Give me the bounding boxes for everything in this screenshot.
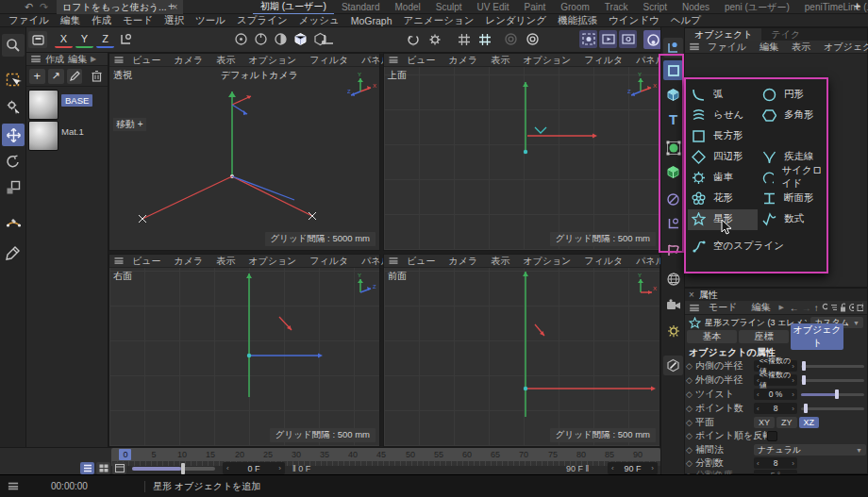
vp-menu-view[interactable]: ビュー	[401, 54, 441, 67]
vp-menu-filter[interactable]: フィルタ	[304, 54, 354, 67]
close-icon[interactable]: ×	[689, 290, 694, 300]
hamburger-icon[interactable]	[690, 304, 699, 310]
current-frame-stepper[interactable]: ‹0 F›	[223, 462, 285, 474]
snap-grid-icon[interactable]	[476, 30, 493, 48]
tab-basic[interactable]: 基本	[687, 330, 737, 343]
menu-file[interactable]: ファイル	[3, 14, 55, 27]
twist-stepper[interactable]: ‹0 %›	[754, 389, 797, 400]
timeline-scale-slider[interactable]	[132, 467, 215, 471]
workplane-icon[interactable]	[663, 214, 683, 234]
layout-tab-groom[interactable]: Groom	[553, 2, 597, 12]
deformer-icon[interactable]	[663, 240, 683, 260]
outer-radius-slider[interactable]	[801, 374, 866, 386]
viewport-right[interactable]: ビュー カメラ 表示 オプション フィルタ パネル 右面 YZ グリッド間隔 :…	[108, 254, 380, 447]
menu-spline[interactable]: スプライン	[231, 14, 293, 27]
tab-coordinates[interactable]: 座標	[739, 330, 789, 343]
menu-animation[interactable]: アニメーション	[397, 14, 479, 27]
menu-overflow-arrow-icon[interactable]: ▶	[778, 304, 783, 311]
tab-object[interactable]: オブジェクト	[791, 323, 843, 350]
vp-menu-view[interactable]: ビュー	[126, 54, 166, 67]
vp-menu-display[interactable]: 表示	[210, 255, 241, 268]
twist-slider[interactable]	[801, 389, 866, 400]
export-icon[interactable]	[857, 303, 863, 312]
layout-tab-sculpt[interactable]: Sculpt	[428, 2, 470, 12]
menu-mode[interactable]: モード	[117, 14, 159, 27]
apply-material-icon[interactable]: ↗	[48, 69, 64, 84]
hamburger-icon[interactable]	[390, 57, 398, 63]
vp-menu-camera[interactable]: カメラ	[442, 255, 483, 268]
viewport-perspective[interactable]: ビュー カメラ 表示 オプション フィルタ パネル 透視 デフォルトカメラ 移動…	[108, 53, 380, 251]
spline-item-rectangle[interactable]: 長方形	[692, 125, 761, 146]
coord-system-icon[interactable]	[117, 30, 135, 48]
spline-item-profile[interactable]: 断面形	[762, 188, 832, 208]
light-icon[interactable]	[663, 322, 683, 341]
tool-settings-icon[interactable]	[2, 95, 25, 118]
layout-tab-uvedit[interactable]: UV Edit	[470, 2, 517, 12]
up-arrow-icon[interactable]: ↑	[814, 303, 819, 313]
render-settings-icon[interactable]	[619, 30, 637, 48]
vp-menu-camera[interactable]: カメラ	[168, 54, 209, 67]
material-thumb-base[interactable]	[28, 90, 58, 120]
vp-menu-view[interactable]: ビュー	[401, 255, 441, 268]
keyframe-dot-icon[interactable]: ◇	[686, 389, 695, 399]
object-mode-icon[interactable]	[252, 30, 270, 48]
spline-item-circle[interactable]: 円形	[762, 84, 832, 105]
vp-menu-filter[interactable]: フィルタ	[578, 54, 628, 67]
inner-radius-slider[interactable]	[801, 360, 866, 372]
viewport-front[interactable]: ビュー カメラ 表示 オプション フィルタ パネル 前面 YX グリッド間隔 :…	[383, 254, 660, 447]
viewport-top[interactable]: ビュー カメラ 表示 オプション フィルタ パネル 上面 YXZ グリッド間隔 …	[383, 53, 660, 251]
plane-xz-button[interactable]: XZ	[799, 417, 820, 428]
menu-help[interactable]: ヘルプ	[665, 14, 707, 27]
vp-menu-display[interactable]: 表示	[485, 54, 515, 67]
plane-xy-button[interactable]: XY	[754, 417, 775, 428]
trash-icon[interactable]	[89, 69, 105, 84]
spline-item-empty-spline[interactable]: 空のスプライン	[692, 236, 824, 257]
interpolation-dropdown[interactable]: ナチュラル ▼	[754, 444, 866, 456]
keyframe-dot-icon[interactable]: ◇	[686, 431, 695, 440]
spline-primitive-icon[interactable]	[663, 60, 683, 80]
spline-item-fourside[interactable]: 四辺形	[692, 146, 761, 167]
layer-view-icon[interactable]	[112, 462, 126, 474]
layout-tab-peni[interactable]: peni (ユーザー)	[717, 1, 797, 14]
back-arrow-icon[interactable]: ←	[790, 303, 799, 313]
sculpt-pencil-icon[interactable]	[663, 356, 683, 375]
rotate-icon[interactable]	[2, 150, 25, 173]
spline-item-nside[interactable]: 多角形	[762, 105, 832, 125]
array-generator-icon[interactable]	[663, 162, 683, 182]
forward-arrow-icon[interactable]: →	[802, 303, 811, 313]
quantize-dim-icon[interactable]	[502, 30, 520, 48]
undo-icon[interactable]: ↶	[25, 1, 33, 13]
vp-menu-camera[interactable]: カメラ	[168, 255, 209, 268]
subdivision-surface-icon[interactable]	[663, 138, 683, 157]
material-thumb-mat1[interactable]	[28, 121, 58, 151]
spline-item-flower[interactable]: 花形	[692, 188, 761, 208]
keyframe-dot-icon[interactable]: ◇	[686, 418, 695, 427]
material-menu-edit[interactable]: 編集	[68, 53, 87, 66]
om-menu-file[interactable]: ファイル	[702, 41, 752, 54]
environment-icon[interactable]	[663, 269, 683, 289]
camera-icon[interactable]	[663, 295, 683, 315]
filter-icon[interactable]	[830, 303, 837, 312]
document-tab[interactable]: ロフトをもっと使おう... ×	[57, 0, 183, 14]
move-icon[interactable]	[2, 124, 25, 146]
vp-menu-display[interactable]: 表示	[210, 54, 241, 67]
vp-menu-filter[interactable]: フィルタ	[304, 255, 354, 268]
vp-menu-options[interactable]: オプション	[517, 54, 576, 67]
vp-menu-options[interactable]: オプション	[517, 255, 576, 268]
vp-menu-camera[interactable]: カメラ	[442, 54, 483, 67]
list-view-icon[interactable]	[80, 462, 94, 474]
axis-y-toggle[interactable]: Y	[75, 30, 93, 48]
spline-pen-icon[interactable]	[2, 210, 25, 235]
keyframe-dot-icon[interactable]: ◇	[686, 458, 695, 468]
target-icon[interactable]	[848, 303, 855, 312]
keyframe-dot-icon[interactable]: ◇	[686, 375, 695, 385]
vp-menu-filter[interactable]: フィルタ	[578, 255, 628, 268]
vp-menu-display[interactable]: 表示	[485, 255, 515, 268]
material-name-mat1[interactable]: Mat.1	[61, 126, 84, 137]
falloff-field-icon[interactable]	[663, 190, 683, 209]
axis-z-toggle[interactable]: Z	[96, 30, 114, 48]
hamburger-icon[interactable]	[390, 257, 398, 264]
menu-tools[interactable]: ツール	[190, 14, 231, 27]
hamburger-icon[interactable]	[115, 257, 124, 264]
spline-item-cycloid[interactable]: サイクロイド	[762, 167, 832, 188]
